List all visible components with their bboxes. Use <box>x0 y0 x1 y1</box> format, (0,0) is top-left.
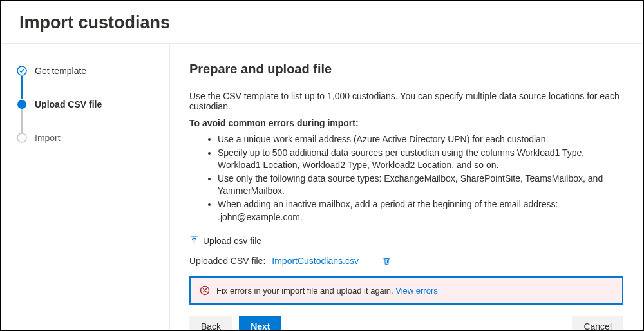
step-upload-csv[interactable]: Upload CSV file <box>17 99 154 109</box>
cancel-button[interactable]: Cancel <box>572 316 623 330</box>
view-errors-link[interactable]: View errors <box>395 286 438 296</box>
uploaded-file-link[interactable]: ImportCustodians.csv <box>272 256 359 266</box>
error-circle-icon <box>200 285 210 296</box>
step-label: Upload CSV file <box>35 99 102 109</box>
error-banner: Fix errors in your import file and uploa… <box>189 276 623 305</box>
list-item: When adding an inactive mailbox, add a p… <box>218 198 623 223</box>
pending-step-icon <box>17 133 27 143</box>
wizard-stepper: Get template Upload CSV file Import <box>1 44 170 330</box>
step-get-template[interactable]: Get template <box>17 66 154 76</box>
step-label: Import <box>35 133 61 143</box>
step-label: Get template <box>35 66 86 76</box>
delete-file-button[interactable] <box>382 256 392 266</box>
guidance-list: Use a unique work email address (Azure A… <box>189 133 623 223</box>
list-item: Use only the following data source types… <box>218 173 623 198</box>
dialog-import-custodians: Import custodians Get template Upload CS… <box>0 0 644 331</box>
upload-csv-button[interactable]: Upload csv file <box>189 235 623 247</box>
error-message-text: Fix errors in your import file and uploa… <box>216 286 393 296</box>
page-title: Import custodians <box>19 13 625 33</box>
upload-icon <box>189 235 199 247</box>
next-button[interactable]: Next <box>239 316 281 330</box>
main-pane: Prepare and upload file Use the CSV temp… <box>170 44 643 330</box>
section-subheading: To avoid common errors during import: <box>189 118 623 128</box>
footer-actions: Back Next Cancel <box>189 305 623 330</box>
current-step-icon <box>17 99 27 109</box>
section-description: Use the CSV template to list up to 1,000… <box>189 91 623 111</box>
header: Import custodians <box>1 1 643 44</box>
upload-label: Upload csv file <box>203 236 261 246</box>
list-item: Specify up to 500 additional data source… <box>218 147 623 172</box>
step-connector <box>21 109 23 133</box>
uploaded-file-row: Uploaded CSV file: ImportCustodians.csv <box>189 256 623 266</box>
step-connector <box>21 76 23 99</box>
body: Get template Upload CSV file Import Prep… <box>1 44 643 330</box>
check-circle-icon <box>17 66 27 76</box>
back-button[interactable]: Back <box>189 316 232 330</box>
list-item: Use a unique work email address (Azure A… <box>218 133 623 146</box>
step-import[interactable]: Import <box>17 133 154 143</box>
main-content: Prepare and upload file Use the CSV temp… <box>189 62 623 305</box>
svg-point-1 <box>17 100 26 109</box>
error-text: Fix errors in your import file and uploa… <box>216 286 438 296</box>
section-heading: Prepare and upload file <box>189 62 623 77</box>
svg-point-2 <box>17 133 26 142</box>
uploaded-file-label: Uploaded CSV file: <box>189 256 265 266</box>
